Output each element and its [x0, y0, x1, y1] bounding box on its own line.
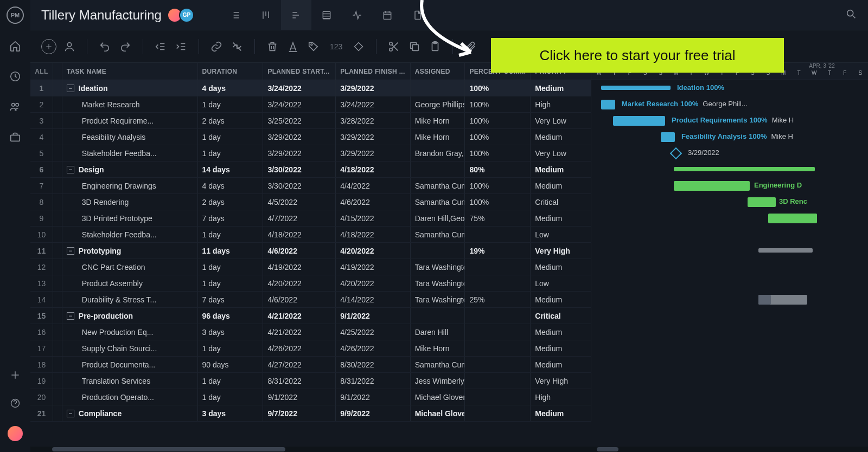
priority-cell[interactable]: Low [531, 227, 591, 242]
assigned-cell[interactable]: Samantha Cum [411, 227, 465, 242]
percent-cell[interactable]: 19% [465, 243, 531, 259]
task-row[interactable]: 19Translation Services1 day8/31/20228/31… [30, 373, 591, 389]
finish-cell[interactable]: 4/18/2022 [336, 162, 410, 177]
priority-cell[interactable]: Medium [531, 259, 591, 275]
gantt-bar[interactable] [748, 197, 776, 207]
gantt-scrollbar[interactable] [591, 447, 868, 452]
start-cell[interactable]: 3/29/2022 [263, 145, 336, 161]
col-finish[interactable]: PLANNED FINISH ... [336, 63, 410, 80]
percent-cell[interactable]: 100% [465, 113, 531, 128]
percent-cell[interactable] [465, 357, 531, 372]
start-cell[interactable]: 4/19/2022 [263, 259, 336, 275]
gantt-row[interactable] [591, 308, 868, 324]
duration-cell[interactable]: 1 day [198, 145, 264, 161]
calendar-view-icon[interactable] [372, 0, 403, 30]
board-view-icon[interactable] [251, 0, 281, 30]
task-name-cell[interactable]: −Pre-production [62, 308, 198, 324]
duration-cell[interactable]: 1 day [198, 259, 264, 275]
duration-cell[interactable]: 96 days [198, 308, 264, 324]
duration-cell[interactable]: 90 days [198, 357, 264, 372]
assigned-cell[interactable]: Mike Horn [411, 340, 465, 356]
priority-cell[interactable]: Critical [531, 308, 591, 324]
priority-cell[interactable]: Very Low [531, 145, 591, 161]
assign-user-icon[interactable] [62, 39, 77, 54]
task-name-cell[interactable]: Product Documenta... [62, 357, 198, 372]
percent-cell[interactable] [465, 308, 531, 324]
gantt-bar[interactable] [601, 86, 671, 90]
start-cell[interactable]: 3/30/2022 [263, 162, 336, 177]
finish-cell[interactable]: 3/29/2022 [336, 80, 410, 96]
gantt-bar[interactable] [768, 214, 817, 223]
priority-cell[interactable]: Medium [531, 178, 591, 193]
milestone-icon[interactable] [670, 147, 682, 160]
priority-cell[interactable]: Medium [531, 340, 591, 356]
percent-cell[interactable] [465, 324, 531, 340]
user-avatar[interactable] [8, 426, 23, 441]
task-name-cell[interactable]: Translation Services [62, 373, 198, 389]
undo-icon[interactable] [97, 39, 112, 54]
col-all[interactable]: ALL [30, 63, 53, 80]
gantt-row[interactable]: Ideation100% [591, 80, 868, 96]
task-name-cell[interactable]: −Design [62, 162, 198, 177]
task-row[interactable]: 4Feasibility Analysis1 day3/29/20223/29/… [30, 129, 591, 145]
gantt-bar[interactable] [661, 132, 675, 142]
task-row[interactable]: 13Product Assembly1 day4/20/20224/20/202… [30, 275, 591, 292]
finish-cell[interactable]: 4/6/2022 [336, 194, 410, 210]
finish-cell[interactable]: 3/28/2022 [336, 113, 410, 128]
gantt-row[interactable] [591, 275, 868, 292]
percent-cell[interactable] [465, 405, 531, 421]
activity-view-icon[interactable] [342, 0, 372, 30]
gantt-row[interactable] [591, 405, 868, 422]
finish-cell[interactable]: 4/19/2022 [336, 259, 410, 275]
gantt-row[interactable] [591, 292, 868, 308]
assigned-cell[interactable]: Samantha Cum [411, 357, 465, 372]
percent-cell[interactable]: 100% [465, 129, 531, 145]
duration-cell[interactable]: 1 day [198, 275, 264, 291]
priority-cell[interactable]: High [531, 96, 591, 112]
finish-cell[interactable]: 3/24/2022 [336, 96, 410, 112]
gantt-view-icon[interactable] [281, 0, 311, 30]
assigned-cell[interactable]: Daren Hill,Geor [411, 210, 465, 226]
priority-cell[interactable]: Medium [531, 405, 591, 421]
gantt-row[interactable] [591, 210, 868, 227]
start-cell[interactable]: 9/7/2022 [263, 405, 336, 421]
percent-cell[interactable] [465, 259, 531, 275]
percent-cell[interactable] [465, 373, 531, 389]
project-members[interactable]: GP [170, 8, 194, 23]
assigned-cell[interactable]: Mike Horn [411, 129, 465, 145]
duration-cell[interactable]: 4 days [198, 80, 264, 96]
duration-cell[interactable]: 7 days [198, 292, 264, 307]
gantt-row[interactable]: Market Research100%George Phill... [591, 96, 868, 113]
gantt-row[interactable]: 3/29/2022 [591, 145, 868, 162]
start-cell[interactable]: 9/1/2022 [263, 389, 336, 405]
priority-cell[interactable]: Low [531, 275, 591, 291]
percent-cell[interactable]: 25% [465, 292, 531, 307]
task-name-cell[interactable]: −Compliance [62, 405, 198, 421]
cut-icon[interactable] [386, 39, 401, 54]
list-view-icon[interactable] [220, 0, 251, 30]
percent-cell[interactable]: 100% [465, 194, 531, 210]
add-task-button[interactable] [41, 39, 56, 54]
percent-cell[interactable]: 100% [465, 80, 531, 96]
task-name-cell[interactable]: New Production Eq... [62, 324, 198, 340]
assigned-cell[interactable] [411, 308, 465, 324]
gantt-bar[interactable] [613, 116, 665, 126]
assigned-cell[interactable] [411, 162, 465, 177]
start-cell[interactable]: 4/6/2022 [263, 292, 336, 307]
help-icon[interactable] [10, 398, 21, 411]
outdent-icon[interactable] [153, 39, 168, 54]
task-name-cell[interactable]: Market Research [62, 96, 198, 112]
gantt-row[interactable]: Feasibility Analysis100%Mike H [591, 129, 868, 145]
diamond-icon[interactable] [351, 39, 366, 54]
duration-cell[interactable]: 3 days [198, 405, 264, 421]
duration-cell[interactable]: 2 days [198, 113, 264, 128]
percent-cell[interactable] [465, 389, 531, 405]
clock-icon[interactable] [9, 70, 21, 85]
start-cell[interactable]: 3/30/2022 [263, 178, 336, 193]
task-name-cell[interactable]: Feasibility Analysis [62, 129, 198, 145]
gantt-row[interactable] [591, 243, 868, 259]
task-name-cell[interactable]: 3D Rendering [62, 194, 198, 210]
duration-cell[interactable]: 1 day [198, 96, 264, 112]
start-cell[interactable]: 4/27/2022 [263, 357, 336, 372]
assigned-cell[interactable] [411, 80, 465, 96]
